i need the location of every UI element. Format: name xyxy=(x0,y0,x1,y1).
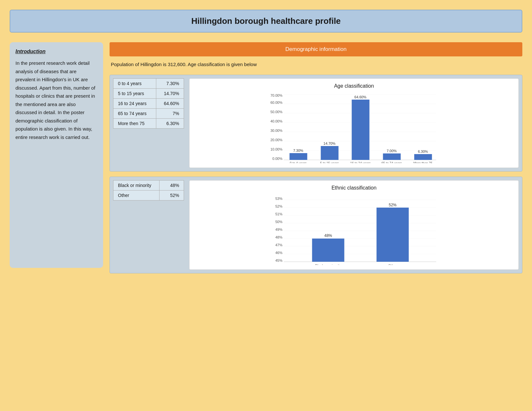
svg-text:7.00%: 7.00% xyxy=(387,149,397,153)
age-chart-svg: 0.00% 10.00% 20.00% 30.00% 40.00% 50.00%… xyxy=(195,92,513,163)
ethnic-chart-container: Ethnic classification 45% 46% 47% 48% 49… xyxy=(189,180,519,270)
svg-text:More then 75: More then 75 xyxy=(413,161,432,163)
svg-text:48%: 48% xyxy=(324,233,332,238)
svg-text:46%: 46% xyxy=(275,251,282,255)
svg-text:65 to 74 years: 65 to 74 years xyxy=(382,161,402,163)
svg-text:Black or minority: Black or minority xyxy=(315,264,342,265)
svg-text:45%: 45% xyxy=(275,259,282,262)
svg-text:20.00%: 20.00% xyxy=(270,138,283,142)
age-section: 0 to 4 years7.30%5 to 15 years14.70%16 t… xyxy=(110,75,522,171)
intro-text: In the present research work detail anal… xyxy=(15,59,97,141)
svg-rect-49 xyxy=(312,239,344,262)
age-chart-container: Age classification 0.00% 10.00% 20.00% 3… xyxy=(189,78,519,168)
ethnic-section-content: Black or minority48%Other52% Ethnic clas… xyxy=(113,180,519,270)
svg-text:47%: 47% xyxy=(275,243,282,247)
ethnic-table: Black or minority48%Other52% xyxy=(113,180,184,201)
svg-text:52%: 52% xyxy=(389,203,396,207)
table-row: More then 756.30% xyxy=(113,119,184,129)
table-row: Other52% xyxy=(113,191,184,201)
age-table: 0 to 4 years7.30%5 to 15 years14.70%16 t… xyxy=(113,78,184,129)
age-chart-title: Age classification xyxy=(195,83,513,89)
age-label: 5 to 15 years xyxy=(113,89,156,99)
svg-text:Other: Other xyxy=(388,264,397,265)
table-row: 16 to 24 years64.60% xyxy=(113,99,184,109)
svg-text:49%: 49% xyxy=(275,228,282,231)
header-section: Hillingdon borough healthcare profile xyxy=(10,10,522,33)
age-value: 64.60% xyxy=(156,99,184,109)
ethnic-label: Other xyxy=(113,191,160,201)
age-section-content: 0 to 4 years7.30%5 to 15 years14.70%16 t… xyxy=(113,78,519,168)
ethnic-section: Black or minority48%Other52% Ethnic clas… xyxy=(110,177,522,273)
ethnic-chart-title: Ethnic classification xyxy=(195,185,513,191)
svg-text:50%: 50% xyxy=(275,220,282,224)
age-label: More then 75 xyxy=(113,119,156,129)
age-value: 7.30% xyxy=(156,79,184,89)
svg-text:16 to 24 years: 16 to 24 years xyxy=(350,161,371,163)
demographic-header: Demographic information xyxy=(110,42,522,56)
intro-title: Introduction xyxy=(15,49,97,54)
svg-text:52%: 52% xyxy=(275,204,282,208)
svg-rect-22 xyxy=(383,153,401,160)
population-text: Population of Hillingdon is 312,600. Age… xyxy=(110,62,522,67)
svg-rect-24 xyxy=(414,154,432,160)
svg-text:30.00%: 30.00% xyxy=(270,129,283,132)
table-row: 0 to 4 years7.30% xyxy=(113,79,184,89)
svg-text:50.00%: 50.00% xyxy=(270,110,283,114)
age-label: 16 to 24 years xyxy=(113,99,156,109)
ethnic-value: 48% xyxy=(160,181,184,191)
table-row: Black or minority48% xyxy=(113,181,184,191)
svg-text:14.70%: 14.70% xyxy=(324,142,336,145)
svg-text:53%: 53% xyxy=(275,197,282,201)
table-row: 5 to 15 years14.70% xyxy=(113,89,184,99)
svg-text:40.00%: 40.00% xyxy=(270,119,283,123)
page-title: Hillingdon borough healthcare profile xyxy=(191,16,341,26)
ethnic-chart-svg: 45% 46% 47% 48% 49% 50% 51% 52% 53% xyxy=(195,194,513,265)
age-value: 6.30% xyxy=(156,119,184,129)
right-panel: Demographic information Population of Hi… xyxy=(110,42,522,273)
ethnic-value: 52% xyxy=(160,191,184,201)
age-value: 14.70% xyxy=(156,89,184,99)
svg-rect-16 xyxy=(290,153,307,160)
svg-text:48%: 48% xyxy=(275,235,282,239)
svg-rect-20 xyxy=(352,100,370,160)
left-panel: Introduction In the present research wor… xyxy=(10,42,103,268)
svg-rect-51 xyxy=(377,208,409,262)
table-row: 65 to 74 years7% xyxy=(113,109,184,119)
svg-text:5 to 15 years: 5 to 15 years xyxy=(320,161,339,163)
svg-text:64.60%: 64.60% xyxy=(354,95,367,99)
svg-text:0.00%: 0.00% xyxy=(272,157,282,161)
svg-text:6.30%: 6.30% xyxy=(418,150,428,153)
svg-text:60.00%: 60.00% xyxy=(270,101,283,104)
ethnic-label: Black or minority xyxy=(113,181,160,191)
svg-text:70.00%: 70.00% xyxy=(270,93,283,97)
age-value: 7% xyxy=(156,109,184,119)
svg-text:7.30%: 7.30% xyxy=(293,149,303,152)
svg-text:0 to 4 years: 0 to 4 years xyxy=(290,161,306,163)
main-content: Introduction In the present research wor… xyxy=(10,42,522,273)
age-label: 0 to 4 years xyxy=(113,79,156,89)
svg-text:51%: 51% xyxy=(275,212,282,216)
age-label: 65 to 74 years xyxy=(113,109,156,119)
page-container: Hillingdon borough healthcare profile In… xyxy=(10,10,522,273)
svg-text:10.00%: 10.00% xyxy=(270,147,283,151)
svg-rect-18 xyxy=(321,146,339,160)
